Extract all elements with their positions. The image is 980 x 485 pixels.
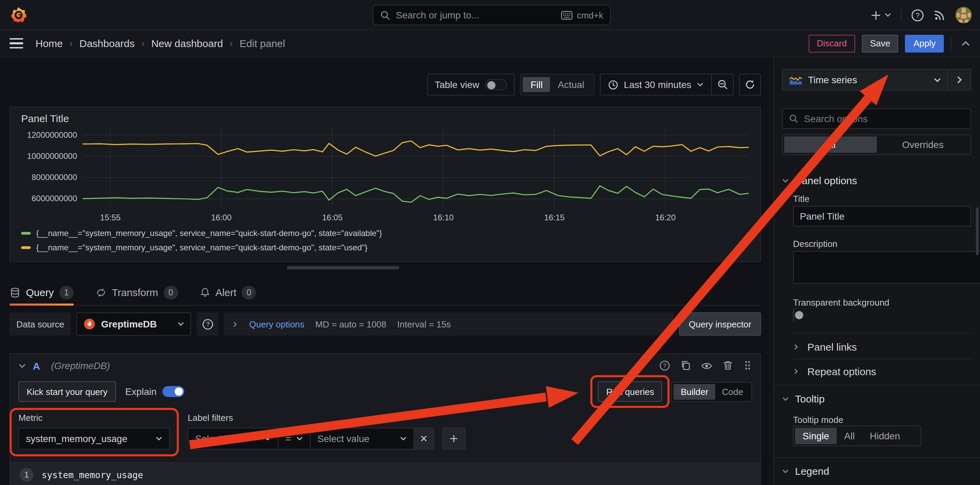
breadcrumb-separator: › (142, 38, 145, 48)
tooltip-hidden-option[interactable]: Hidden (862, 428, 908, 444)
filter-overrides-option[interactable]: Overrides (877, 137, 969, 153)
query-editor-card: A (GreptimeDB) ? Kick start your query E… (10, 353, 761, 485)
search-options-input[interactable]: Search options (782, 108, 971, 129)
description-textarea[interactable] (793, 251, 980, 284)
horizontal-scrollbar-thumb[interactable] (286, 266, 399, 269)
main-content: Table view Fill Actual Last 30 minutes (0, 57, 980, 485)
tab-alert[interactable]: Alert 0 (200, 279, 256, 305)
sidebar-scrollbar-thumb[interactable] (976, 207, 978, 255)
visualization-name: Time series (808, 74, 857, 85)
duplicate-query-icon[interactable] (680, 360, 690, 371)
breadcrumb: Home › Dashboards › New dashboard › Edit… (35, 38, 285, 49)
query-options-link[interactable]: Query options (249, 319, 304, 329)
refresh-icon[interactable] (739, 74, 761, 95)
description-field-label: Description (793, 239, 971, 249)
svg-text:?: ? (206, 321, 209, 328)
discard-button[interactable]: Discard (809, 35, 855, 52)
query-inspector-button[interactable]: Query inspector (679, 312, 761, 336)
tooltip-section-header[interactable]: Tooltip (782, 393, 971, 404)
search-icon (789, 114, 799, 124)
x-axis-tick-label: 16:10 (422, 213, 465, 223)
tab-alert-label: Alert (215, 286, 237, 298)
remove-filter-close-icon[interactable]: ✕ (414, 428, 434, 450)
run-queries-button[interactable]: Run queries (598, 381, 662, 402)
breadcrumb-dashboards[interactable]: Dashboards (80, 38, 135, 49)
query-row-header[interactable]: A (GreptimeDB) ? (10, 354, 760, 377)
tooltip-single-option[interactable]: Single (795, 428, 837, 444)
transform-icon (95, 287, 107, 298)
panel-options-section-header[interactable]: Panel options (782, 175, 971, 186)
chevron-down-icon (782, 468, 789, 474)
metric-select[interactable]: system_memory_usage (18, 428, 170, 450)
query-datasource-hint: (GreptimeDB) (51, 360, 110, 371)
menu-hamburger-icon[interactable] (10, 38, 23, 49)
chevron-down-icon (697, 81, 703, 88)
builder-option[interactable]: Builder (674, 384, 715, 399)
panel-preview[interactable]: Panel Title 1200000000010000000000800000… (10, 107, 761, 262)
select-value-dropdown[interactable]: Select value (310, 428, 414, 450)
save-button[interactable]: Save (862, 35, 899, 52)
datasource-row: Data source GreptimeDB ? Query options M… (10, 312, 761, 336)
topbar-actions: ? (871, 0, 972, 30)
chevron-right-icon (793, 344, 799, 350)
series-line (83, 141, 749, 156)
repeat-options-section[interactable]: Repeat options (793, 366, 971, 377)
title-field-label: Title (793, 194, 971, 204)
grafana-edit-panel-screen: Search or jump to... cmd+k ? (0, 0, 980, 485)
query-toolbar: Kick start your query Explain Run querie… (18, 381, 752, 402)
chevron-down-icon[interactable] (18, 362, 26, 369)
divider (793, 359, 971, 359)
code-option[interactable]: Code (715, 384, 750, 399)
drag-handle-grip-icon[interactable] (743, 360, 752, 371)
panel-links-section[interactable]: Panel links (793, 341, 971, 353)
tab-query[interactable]: Query 1 (10, 279, 74, 305)
breadcrumb-bar: Home › Dashboards › New dashboard › Edit… (0, 30, 980, 57)
top-navigation-bar: Search or jump to... cmd+k ? (0, 0, 980, 30)
tab-transform[interactable]: Transform 0 (95, 279, 178, 305)
help-icon[interactable]: ? (911, 8, 924, 21)
news-rss-icon[interactable] (934, 9, 946, 21)
x-axis-tick-label: 16:05 (310, 213, 354, 223)
operator-dropdown[interactable]: = (278, 428, 310, 450)
add-filter-plus-icon[interactable] (442, 428, 465, 450)
breadcrumb-home[interactable]: Home (35, 38, 63, 49)
chevron-down-icon (782, 395, 789, 402)
visualization-picker[interactable]: Time series (783, 70, 948, 90)
chevron-down-icon (156, 435, 162, 442)
tooltip-all-option[interactable]: All (837, 428, 862, 444)
add-new-button[interactable] (871, 10, 891, 20)
hide-query-eye-icon[interactable] (701, 360, 713, 371)
zoom-out-time-icon[interactable] (711, 74, 733, 95)
apply-button[interactable]: Apply (905, 35, 944, 52)
explain-toggle[interactable] (163, 386, 185, 397)
delete-query-trash-icon[interactable] (723, 360, 733, 371)
database-icon (10, 287, 21, 298)
collapse-options-chevron-up-icon[interactable] (961, 38, 970, 48)
transparent-background-toggle[interactable] (793, 309, 794, 322)
clock-icon (608, 80, 618, 90)
y-axis-tick-label: 8000000000 (10, 173, 77, 183)
explain-label: Explain (125, 386, 157, 397)
kick-start-query-button[interactable]: Kick start your query (18, 381, 116, 402)
filter-all-option[interactable]: All (784, 137, 877, 153)
query-help-icon[interactable]: ? (659, 360, 670, 371)
grafana-logo-icon[interactable] (10, 6, 27, 24)
select-label-dropdown[interactable]: Select label (188, 428, 278, 450)
datasource-picker[interactable]: GreptimeDB (76, 312, 191, 336)
time-range-picker[interactable]: Last 30 minutes (601, 74, 711, 95)
table-view-toggle[interactable] (485, 79, 508, 90)
legend-item[interactable]: {__name__="system_memory_usage", service… (21, 229, 382, 238)
viz-suggestions-chevron-right-icon[interactable] (948, 70, 970, 90)
panel-title-input[interactable]: Panel Title (793, 206, 971, 226)
breadcrumb-dashboard[interactable]: New dashboard (151, 38, 223, 49)
chevron-right-icon[interactable] (232, 321, 238, 327)
legend-section-header[interactable]: Legend (782, 465, 971, 477)
user-avatar[interactable] (955, 7, 972, 23)
transparent-background-label: Transparent background (793, 297, 971, 308)
fill-option[interactable]: Fill (523, 77, 550, 92)
actual-option[interactable]: Actual (550, 77, 592, 92)
legend-item[interactable]: {__name__="system_memory_usage", service… (21, 243, 382, 253)
topbar-divider (901, 8, 902, 22)
global-search-input[interactable]: Search or jump to... cmd+k (372, 5, 611, 25)
datasource-help-icon[interactable]: ? (197, 312, 218, 336)
